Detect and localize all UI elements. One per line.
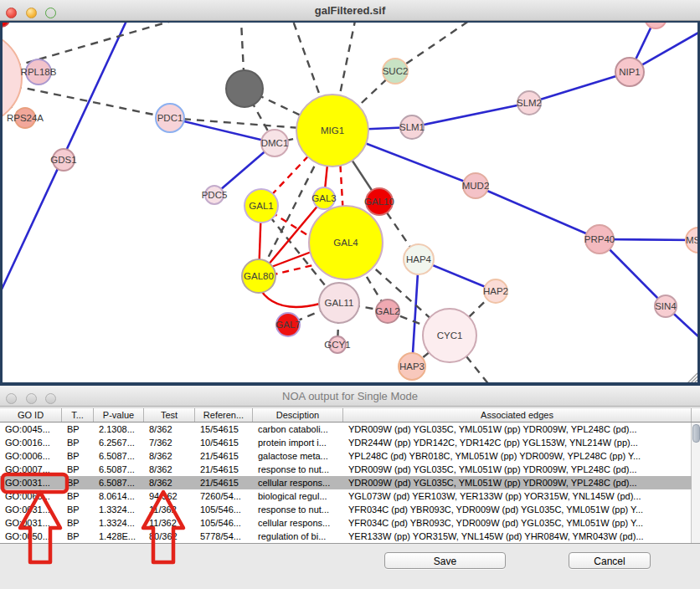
table-cell: GO:0065... bbox=[0, 489, 62, 503]
column-header-referen-[interactable]: Referen... bbox=[195, 408, 253, 422]
table-cell: galactose meta... bbox=[253, 449, 343, 463]
cancel-button[interactable]: Cancel bbox=[569, 552, 651, 569]
table-row[interactable]: GO:0031...BP1.3324...11/362105/546...cel… bbox=[0, 516, 692, 530]
column-header-desciption[interactable]: Desciption bbox=[253, 408, 343, 422]
node-label-GAL80: GAL80 bbox=[244, 271, 274, 281]
column-header-test[interactable]: Test bbox=[144, 408, 195, 422]
node-label-GAL1: GAL1 bbox=[249, 201, 273, 211]
network-canvas[interactable]: RPL18BRPS24AGDS1PDC1DMC1SUC2SLM1SLM2NIP1… bbox=[0, 21, 700, 386]
save-button[interactable]: Save bbox=[384, 552, 506, 569]
table-cell: 11/362 bbox=[144, 503, 195, 516]
column-header-associated-edges[interactable]: Associated edges bbox=[343, 408, 692, 422]
zoom-button-icon[interactable] bbox=[45, 8, 56, 18]
table-cell: 94/362 bbox=[144, 489, 195, 503]
minimize-button-icon[interactable] bbox=[26, 393, 37, 404]
table-cell: GO:0031... bbox=[0, 476, 62, 489]
table-row[interactable]: GO:0065...BP8.0614...94/3627260/54...bio… bbox=[0, 489, 692, 503]
node-label-SUC2: SUC2 bbox=[383, 66, 409, 76]
node-label-GAL11: GAL11 bbox=[325, 298, 354, 308]
network-edge-blue bbox=[412, 103, 529, 127]
node-unlabeled[interactable] bbox=[226, 70, 263, 107]
table-cell: BP bbox=[62, 530, 94, 543]
network-edge-blue bbox=[476, 186, 600, 239]
table-cell: YDR244W (pp) YDR142C, YDR142C (pp) YGL15… bbox=[343, 436, 692, 449]
table-cell: 2.1308... bbox=[94, 423, 144, 436]
table-cell: YDR009W (pd) YGL035C, YML051W (pp) YDR00… bbox=[343, 463, 692, 476]
table-cell: 21/54615 bbox=[195, 463, 253, 476]
node-label-GAL3: GAL3 bbox=[311, 193, 336, 203]
table-row[interactable]: GO:0031...BP1.3324...11/362105/546...res… bbox=[0, 503, 692, 516]
table-row[interactable]: GO:0007...BP6.5087...8/36221/54615respon… bbox=[0, 463, 692, 476]
table-cell: 105/546... bbox=[195, 503, 253, 516]
node-label-SLM2: SLM2 bbox=[517, 98, 542, 108]
close-button-icon[interactable] bbox=[6, 393, 17, 404]
network-edge-blue bbox=[529, 72, 630, 103]
table-cell: 8/362 bbox=[144, 449, 195, 463]
table-row[interactable]: GO:0045...BP2.1308...8/36215/54615carbon… bbox=[0, 423, 692, 436]
table-cell: 8/362 bbox=[144, 423, 195, 436]
table-cell: 6.5087... bbox=[94, 449, 144, 463]
table-cell: regulation of bi... bbox=[253, 530, 343, 543]
table-cell: YGL073W (pd) YER103W, YER133W (pp) YOR31… bbox=[343, 489, 692, 503]
table-cell: biological regul... bbox=[253, 489, 343, 503]
table-cell: response to nut... bbox=[253, 463, 343, 476]
table-cell: 8/362 bbox=[144, 476, 195, 489]
table-row[interactable]: GO:0016...BP6.2567...7/36210/54615protei… bbox=[0, 436, 692, 449]
noa-window-titlebar[interactable]: NOA output for Single Mode bbox=[0, 386, 700, 407]
close-button-icon[interactable] bbox=[6, 8, 17, 18]
table-cell: GO:0050... bbox=[0, 530, 62, 543]
table-cell: GO:0016... bbox=[0, 436, 62, 449]
table-cell: YDR009W (pd) YGL035C, YML051W (pp) YDR00… bbox=[343, 423, 692, 436]
column-header-t-[interactable]: T... bbox=[62, 408, 94, 422]
table-cell: BP bbox=[62, 476, 94, 489]
column-header-go-id[interactable]: GO ID bbox=[0, 408, 62, 422]
traffic-lights-inactive bbox=[6, 390, 62, 402]
node-label-HAP2: HAP2 bbox=[483, 286, 508, 296]
table-cell: 8/362 bbox=[144, 463, 195, 476]
zoom-button-icon[interactable] bbox=[45, 393, 56, 404]
node-label-SIN4: SIN4 bbox=[655, 301, 677, 311]
table-cell: BP bbox=[62, 423, 94, 436]
table-cell: protein import i... bbox=[253, 436, 343, 449]
table-cell: BP bbox=[62, 489, 94, 503]
table-cell: BP bbox=[62, 516, 94, 530]
table-cell: BP bbox=[62, 463, 94, 476]
table-cell: GO:0031... bbox=[0, 516, 62, 530]
node-label-GDS1: GDS1 bbox=[50, 155, 76, 165]
node-label-RPS24A: RPS24A bbox=[7, 113, 44, 123]
table-cell: GO:0006... bbox=[0, 449, 62, 463]
table-row[interactable]: GO:0031...BP6.5087...8/36221/54615cellul… bbox=[0, 476, 692, 489]
table-body: GO:0045...BP2.1308...8/36215/54615carbon… bbox=[0, 423, 700, 544]
table-row[interactable]: GO:0006...BP6.5087...8/36221/54615galact… bbox=[0, 449, 692, 463]
node-label-PRP40: PRP40 bbox=[584, 234, 615, 244]
table-cell: GO:0007... bbox=[0, 463, 62, 476]
network-window-titlebar[interactable]: galFiltered.sif bbox=[0, 0, 700, 21]
network-edge-blue bbox=[412, 259, 419, 366]
table-cell: BP bbox=[62, 503, 94, 516]
vertical-scrollbar[interactable] bbox=[691, 423, 700, 543]
table-cell: YFR034C (pd) YBR093C, YDR009W (pd) YGL03… bbox=[343, 516, 692, 530]
network-window: galFiltered.sif RPL18BRPS24AGDS1PDC1DMC1… bbox=[0, 0, 700, 386]
table-cell: 21/54615 bbox=[195, 476, 253, 489]
minimize-button-icon[interactable] bbox=[26, 8, 37, 18]
node-label-GAL10: GAL10 bbox=[364, 197, 394, 207]
table-cell: 80/362 bbox=[144, 530, 195, 543]
table-cell: 8.0614... bbox=[94, 489, 144, 503]
table-cell: 10/54615 bbox=[195, 436, 253, 449]
table-cell: 1.3324... bbox=[94, 503, 144, 516]
column-header-p-value[interactable]: P-value bbox=[94, 408, 144, 422]
table-cell: YFR034C (pd) YBR093C, YDR009W (pd) YGL03… bbox=[343, 503, 692, 516]
table-cell: 6.2567... bbox=[94, 436, 144, 449]
table-cell: carbon cataboli... bbox=[253, 423, 343, 436]
table-cell: YDR009W (pd) YGL035C, YML051W (pp) YDR00… bbox=[343, 476, 692, 489]
noa-window: NOA output for Single Mode GO IDT...P-va… bbox=[0, 386, 700, 589]
table-cell: 5778/54... bbox=[195, 530, 253, 543]
table-row[interactable]: GO:0050...BP1.428E...80/3625778/54...reg… bbox=[0, 530, 692, 543]
node-label-GAL2: GAL2 bbox=[375, 306, 399, 316]
scrollbar-thumb[interactable] bbox=[692, 424, 700, 443]
table-cell: 7/362 bbox=[144, 436, 195, 449]
node-label-HAP3: HAP3 bbox=[399, 361, 425, 371]
table-cell: 1.3324... bbox=[94, 516, 144, 530]
table-cell: YPL248C (pd) YBR018C, YML051W (pp) YDR00… bbox=[343, 449, 692, 463]
table-header[interactable]: GO IDT...P-valueTestReferen...Desciption… bbox=[0, 407, 700, 423]
